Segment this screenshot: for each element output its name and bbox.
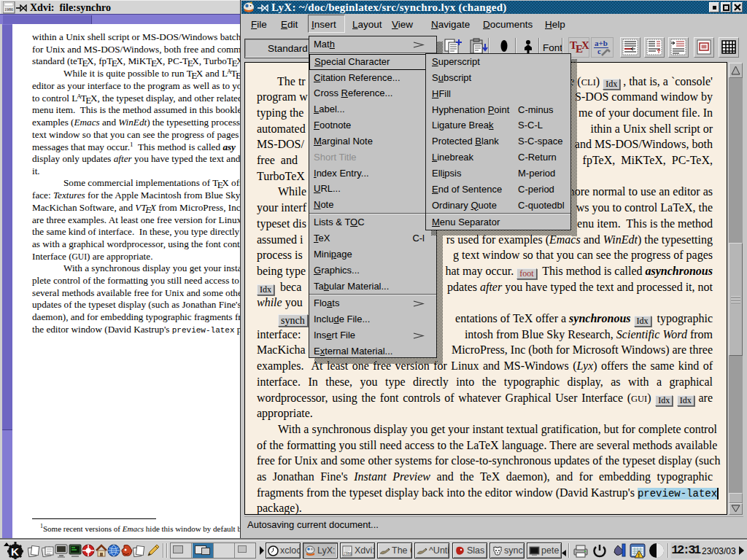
svg-text:!: !	[638, 553, 640, 558]
svg-text:K: K	[11, 545, 19, 558]
svg-text:1986: 1986	[344, 551, 352, 556]
svg-text:1986: 1986	[4, 7, 13, 12]
